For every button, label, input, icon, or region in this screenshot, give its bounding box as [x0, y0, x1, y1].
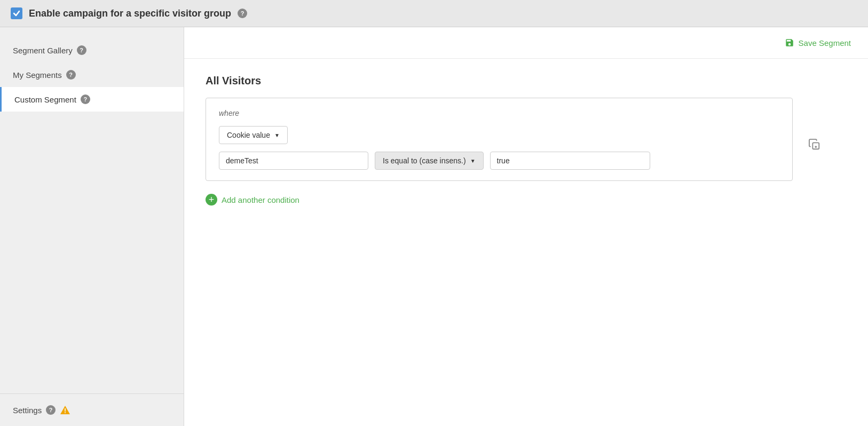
settings-label: Settings — [13, 406, 42, 415]
header-title: Enable campaign for a specific visitor g… — [29, 8, 231, 19]
operator-dropdown[interactable]: Is equal to (case insens.) ▼ — [375, 152, 484, 170]
svg-text:!: ! — [64, 407, 66, 415]
add-condition-button[interactable]: + Add another condition — [206, 192, 299, 208]
my-segments-help-icon[interactable]: ? — [66, 70, 76, 80]
add-condition-label: Add another condition — [222, 195, 299, 204]
settings-help-icon[interactable]: ? — [46, 405, 56, 415]
where-label: where — [219, 109, 779, 117]
sidebar-nav: Segment Gallery ? My Segments ? Custom S… — [0, 27, 184, 393]
add-condition-icon: + — [206, 194, 217, 206]
condition-type-row: Cookie value ▼ — [219, 126, 779, 144]
sidebar: Segment Gallery ? My Segments ? Custom S… — [0, 27, 184, 426]
cookie-name-input[interactable] — [219, 152, 368, 170]
save-segment-label: Save Segment — [799, 38, 851, 48]
sidebar-item-label: Segment Gallery — [13, 46, 73, 55]
main-layout: Segment Gallery ? My Segments ? Custom S… — [0, 27, 868, 426]
operator-label: Is equal to (case insens.) — [383, 156, 466, 165]
condition-value-input[interactable] — [490, 152, 650, 170]
enable-campaign-checkbox[interactable] — [11, 7, 22, 19]
sidebar-footer: Settings ? ! — [0, 393, 184, 426]
condition-values-row: Is equal to (case insens.) ▼ — [219, 152, 779, 170]
content-area: Save Segment All Visitors where Cookie v… — [184, 27, 868, 426]
operator-arrow-icon: ▼ — [470, 158, 476, 164]
settings-warning-icon: ! — [60, 405, 70, 415]
condition-type-label: Cookie value — [227, 131, 270, 139]
sidebar-item-custom-segment[interactable]: Custom Segment ? — [0, 87, 184, 112]
condition-type-arrow-icon: ▼ — [274, 132, 280, 138]
custom-segment-help-icon[interactable]: ? — [81, 94, 90, 104]
segment-gallery-help-icon[interactable]: ? — [77, 45, 86, 55]
save-segment-button[interactable]: Save Segment — [780, 36, 855, 50]
content-body: All Visitors where Cookie value ▼ — [184, 59, 868, 426]
header: Enable campaign for a specific visitor g… — [0, 0, 868, 27]
content-toolbar: Save Segment — [184, 27, 868, 59]
header-help-icon[interactable]: ? — [238, 9, 247, 18]
duplicate-condition-button[interactable] — [807, 137, 823, 153]
sidebar-item-label: Custom Segment — [14, 95, 76, 104]
section-title: All Visitors — [206, 75, 847, 87]
sidebar-item-segment-gallery[interactable]: Segment Gallery ? — [0, 38, 184, 62]
sidebar-item-label: My Segments — [13, 70, 62, 80]
app-container: Enable campaign for a specific visitor g… — [0, 0, 868, 426]
condition-block: where Cookie value ▼ Is e — [206, 98, 793, 181]
sidebar-item-my-segments[interactable]: My Segments ? — [0, 62, 184, 87]
condition-type-dropdown[interactable]: Cookie value ▼ — [219, 126, 288, 144]
